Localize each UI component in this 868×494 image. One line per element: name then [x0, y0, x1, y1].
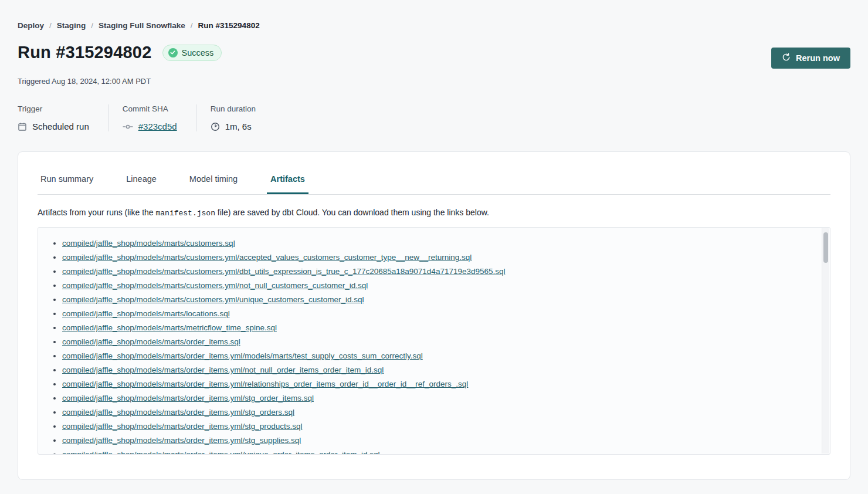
commit-label: Commit SHA — [123, 104, 177, 113]
tab[interactable]: Lineage — [123, 168, 160, 194]
commit-icon — [123, 123, 133, 130]
clock-icon — [211, 122, 220, 131]
refresh-icon — [782, 53, 791, 63]
rerun-now-button[interactable]: Rerun now — [771, 48, 850, 69]
artifact-list-item: compiled/jaffle_shop/models/marts/custom… — [62, 268, 818, 276]
trigger-label: Trigger — [18, 104, 89, 113]
page-title: Run #315294802 — [18, 43, 152, 62]
breadcrumb-item-deploy[interactable]: Deploy — [18, 21, 44, 30]
status-badge-label: Success — [182, 48, 214, 57]
tab-label: Lineage — [126, 174, 157, 184]
run-detail-card: Run summary Lineage Model timing Artifac… — [18, 151, 850, 480]
artifact-list-item: compiled/jaffle_shop/models/marts/order_… — [62, 352, 818, 360]
run-meta-row: Trigger Scheduled run Commit SHA #323cd5… — [18, 104, 850, 131]
calendar-icon — [18, 122, 27, 131]
artifact-list-item: compiled/jaffle_shop/models/marts/custom… — [62, 282, 818, 290]
artifact-list-item: compiled/jaffle_shop/models/marts/custom… — [62, 296, 818, 304]
scrollbar-thumb[interactable] — [823, 232, 828, 263]
tab[interactable]: Artifacts — [267, 168, 308, 194]
artifact-list-item: compiled/jaffle_shop/models/marts/order_… — [62, 422, 818, 431]
artifact-file-box: compiled/jaffle_shop/models/marts/custom… — [38, 227, 830, 455]
artifact-file-list: compiled/jaffle_shop/models/marts/custom… — [38, 228, 830, 455]
run-detail-page: Deploy / Staging / Staging Full Snowflak… — [0, 0, 868, 480]
tab-label: Run summary — [40, 174, 93, 184]
scrollbar-track[interactable] — [822, 228, 829, 454]
artifact-file-link[interactable]: compiled/jaffle_shop/models/marts/order_… — [62, 422, 302, 431]
breadcrumb-separator: / — [191, 21, 193, 30]
manifest-json-code: manifest.json — [156, 209, 215, 218]
artifact-list-item: compiled/jaffle_shop/models/marts/order_… — [62, 380, 818, 388]
artifact-list-item: compiled/jaffle_shop/models/marts/order_… — [62, 366, 818, 374]
tab[interactable]: Run summary — [37, 168, 97, 194]
artifact-file-link[interactable]: compiled/jaffle_shop/models/marts/order_… — [62, 394, 314, 402]
artifact-list-item: compiled/jaffle_shop/models/marts/custom… — [62, 239, 818, 248]
artifact-list-item: compiled/jaffle_shop/models/marts/locati… — [62, 310, 818, 318]
artifact-file-link[interactable]: compiled/jaffle_shop/models/marts/custom… — [62, 253, 472, 262]
artifacts-description: Artifacts from your runs (like the manif… — [38, 208, 830, 218]
artifact-list-item: compiled/jaffle_shop/models/marts/order_… — [62, 437, 818, 445]
breadcrumb: Deploy / Staging / Staging Full Snowflak… — [18, 0, 850, 30]
breadcrumb-item-staging-full-snowflake[interactable]: Staging Full Snowflake — [99, 21, 185, 30]
rerun-now-label: Rerun now — [796, 53, 840, 63]
artifact-list-item: compiled/jaffle_shop/models/marts/metric… — [62, 324, 818, 332]
artifact-file-link[interactable]: compiled/jaffle_shop/models/marts/metric… — [62, 323, 277, 332]
artifacts-description-text: file) are saved by dbt Cloud. You can do… — [215, 208, 489, 217]
header-row: Run #315294802 Success Rerun now — [18, 43, 850, 69]
artifact-file-link[interactable]: compiled/jaffle_shop/models/marts/order_… — [62, 351, 423, 360]
artifact-file-link[interactable]: compiled/jaffle_shop/models/marts/order_… — [62, 450, 380, 455]
artifact-file-link[interactable]: compiled/jaffle_shop/models/marts/order_… — [62, 436, 301, 445]
status-badge: Success — [162, 45, 222, 61]
artifact-list-item: compiled/jaffle_shop/models/marts/order_… — [62, 338, 818, 346]
breadcrumb-separator: / — [49, 21, 52, 30]
tab-divider — [38, 194, 830, 195]
breadcrumb-separator: / — [91, 21, 93, 30]
trigger-meta: Trigger Scheduled run — [18, 104, 108, 131]
artifact-list-item: compiled/jaffle_shop/models/marts/custom… — [62, 253, 818, 262]
artifact-file-link[interactable]: compiled/jaffle_shop/models/marts/order_… — [62, 337, 240, 346]
tab[interactable]: Model timing — [186, 168, 241, 194]
artifact-file-link[interactable]: compiled/jaffle_shop/models/marts/custom… — [62, 239, 235, 248]
artifact-file-link[interactable]: compiled/jaffle_shop/models/marts/order_… — [62, 380, 468, 388]
artifact-file-link[interactable]: compiled/jaffle_shop/models/marts/locati… — [62, 309, 230, 318]
artifact-list-item: compiled/jaffle_shop/models/marts/order_… — [62, 394, 818, 402]
artifact-file-link[interactable]: compiled/jaffle_shop/models/marts/order_… — [62, 366, 384, 374]
tab-bar: Run summary Lineage Model timing Artifac… — [18, 152, 850, 194]
duration-meta: Run duration 1m, 6s — [196, 104, 274, 131]
artifact-file-link[interactable]: compiled/jaffle_shop/models/marts/custom… — [62, 295, 364, 304]
artifact-list-item: compiled/jaffle_shop/models/marts/order_… — [62, 451, 818, 455]
title-group: Run #315294802 Success — [18, 43, 222, 62]
duration-value: 1m, 6s — [225, 121, 252, 131]
artifacts-description-text: Artifacts from your runs (like the — [38, 208, 156, 217]
triggered-timestamp: Triggered Aug 18, 2024, 12:00 AM PDT — [18, 77, 850, 86]
tab-label: Artifacts — [270, 174, 305, 184]
artifact-list-item: compiled/jaffle_shop/models/marts/order_… — [62, 408, 818, 417]
artifact-file-link[interactable]: compiled/jaffle_shop/models/marts/custom… — [62, 281, 368, 290]
artifact-file-link[interactable]: compiled/jaffle_shop/models/marts/custom… — [62, 267, 506, 276]
artifact-file-link[interactable]: compiled/jaffle_shop/models/marts/order_… — [62, 408, 294, 417]
duration-label: Run duration — [211, 104, 256, 113]
commit-meta: Commit SHA #323cd5d — [108, 104, 196, 131]
commit-sha-link[interactable]: #323cd5d — [138, 121, 177, 131]
tab-label: Model timing — [189, 174, 238, 184]
trigger-value: Scheduled run — [32, 121, 89, 131]
breadcrumb-item-staging[interactable]: Staging — [57, 21, 86, 30]
breadcrumb-current-run: Run #315294802 — [198, 21, 260, 30]
check-circle-icon — [168, 48, 178, 57]
